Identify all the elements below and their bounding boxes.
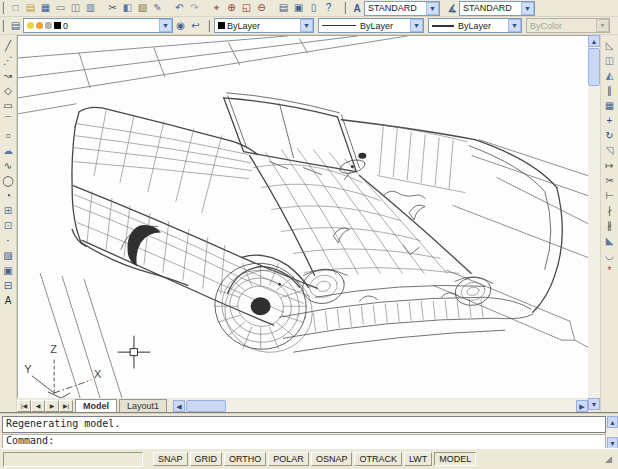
toggle-polar[interactable]: POLAR <box>268 452 309 466</box>
mirror-icon[interactable]: ◭ <box>602 68 617 83</box>
lock-icon[interactable] <box>45 22 52 29</box>
scroll-up-icon[interactable]: ▲ <box>588 35 600 47</box>
array-icon[interactable]: ▦ <box>602 98 617 113</box>
chevron-down-icon[interactable]: ▼ <box>521 2 534 15</box>
horizontal-scroll-thumb[interactable] <box>186 400 226 412</box>
toggle-model-space[interactable]: MODEL <box>434 452 476 466</box>
command-history[interactable]: Regenerating model. <box>2 416 606 433</box>
designcenter-icon[interactable]: ▣ <box>291 1 306 15</box>
mtext-icon[interactable]: A <box>1 293 16 308</box>
open-icon[interactable]: ▤ <box>23 1 38 15</box>
paste-icon[interactable]: ▧ <box>135 1 150 15</box>
copy-object-icon[interactable]: ◫ <box>602 53 617 68</box>
tab-layout1[interactable]: Layout1 <box>119 399 167 412</box>
layer-previous-icon[interactable]: ↩ <box>188 19 203 33</box>
chamfer-icon[interactable]: ◣ <box>602 233 617 248</box>
scroll-left-icon[interactable]: ◀ <box>173 400 185 412</box>
polyline-icon[interactable]: ↝ <box>1 68 16 83</box>
region-icon[interactable]: ▣ <box>1 263 16 278</box>
redo-icon[interactable]: ↷ <box>187 1 202 15</box>
extend-icon[interactable]: ⊢ <box>602 188 617 203</box>
revision-cloud-icon[interactable]: ☁ <box>1 143 16 158</box>
model-space-viewport[interactable]: Z Y X <box>17 35 588 398</box>
lineweight-combo[interactable]: ByLayer ▼ <box>428 18 522 33</box>
scroll-down-icon[interactable]: ▼ <box>588 398 600 410</box>
polygon-icon[interactable]: ◇ <box>1 83 16 98</box>
line-icon[interactable]: ╱ <box>1 38 16 53</box>
offset-icon[interactable]: ∥ <box>602 83 617 98</box>
scroll-right-icon[interactable]: ▶ <box>576 400 588 412</box>
tab-model[interactable]: Model <box>75 399 117 412</box>
undo-icon[interactable]: ↶ <box>172 1 187 15</box>
text-style-combo[interactable]: STANDARD ▼ <box>364 1 440 16</box>
chevron-down-icon[interactable]: ▼ <box>426 2 439 15</box>
plot-icon[interactable]: ▭ <box>53 1 68 15</box>
command-scrollbar[interactable]: ▲ ▼ <box>607 416 618 449</box>
table-icon[interactable]: ⊟ <box>1 278 16 293</box>
move-icon[interactable]: + <box>602 113 617 128</box>
command-window[interactable]: Regenerating model. Command: ▲ ▼ <box>0 412 618 448</box>
explode-icon[interactable]: * <box>602 263 617 278</box>
help-icon[interactable]: ? <box>321 1 336 15</box>
toolbar-grip[interactable] <box>2 2 6 14</box>
make-layer-current-icon[interactable]: ◉ <box>173 19 188 33</box>
toggle-ortho[interactable]: ORTHO <box>224 452 266 466</box>
status-tray-icon[interactable]: ◢ <box>605 454 612 464</box>
fillet-icon[interactable]: ◡ <box>602 248 617 263</box>
properties-icon[interactable]: ▤ <box>276 1 291 15</box>
toggle-lwt[interactable]: LWT <box>404 452 432 466</box>
color-combo[interactable]: ByLayer ▼ <box>214 18 314 33</box>
toolbar-grip[interactable] <box>208 20 212 32</box>
scale-icon[interactable]: ◹ <box>602 143 617 158</box>
rectangle-icon[interactable]: ▭ <box>1 98 16 113</box>
trim-icon[interactable]: ✂ <box>602 173 617 188</box>
circle-icon[interactable]: ○ <box>1 128 16 143</box>
tab-nav-prev[interactable]: ◀ <box>31 400 45 412</box>
horizontal-scrollbar[interactable]: ◀ ▶ <box>173 400 588 412</box>
publish-icon[interactable]: ▥ <box>83 1 98 15</box>
layer-color-swatch[interactable] <box>54 22 61 29</box>
vertical-scrollbar[interactable]: ▲ ▼ <box>588 35 600 410</box>
ellipse-arc-icon[interactable]: ◔ <box>1 188 16 203</box>
command-prompt-input[interactable]: Command: <box>2 434 606 449</box>
vertical-scroll-thumb[interactable] <box>588 48 600 86</box>
erase-icon[interactable]: ◺ <box>602 38 617 53</box>
hatch-icon[interactable]: ▨ <box>1 248 16 263</box>
toolbar-grip[interactable] <box>344 2 348 14</box>
new-icon[interactable]: □ <box>8 1 23 15</box>
layer-combo[interactable]: 0 ▼ <box>23 18 173 33</box>
dim-style-combo[interactable]: STANDARD ▼ <box>459 1 535 16</box>
match-properties-icon[interactable]: ✎ <box>150 1 165 15</box>
break-point-icon[interactable]: ∤ <box>602 203 617 218</box>
stretch-icon[interactable]: ↦ <box>602 158 617 173</box>
bulb-icon[interactable] <box>27 22 34 29</box>
layer-manager-icon[interactable]: ▤ <box>8 19 23 33</box>
toggle-snap[interactable]: SNAP <box>153 452 188 466</box>
zoom-realtime-icon[interactable]: ⊕ <box>224 1 239 15</box>
copy-icon[interactable]: ◧ <box>120 1 135 15</box>
toggle-grid[interactable]: GRID <box>190 452 223 466</box>
rotate-icon[interactable]: ↻ <box>602 128 617 143</box>
cut-icon[interactable]: ✂ <box>105 1 120 15</box>
scroll-up-icon[interactable]: ▲ <box>607 416 618 428</box>
sun-icon[interactable] <box>36 22 43 29</box>
pan-icon[interactable]: ⌖ <box>209 1 224 15</box>
spline-icon[interactable]: ∿ <box>1 158 16 173</box>
chevron-down-icon[interactable]: ▼ <box>410 19 423 32</box>
chevron-down-icon[interactable]: ▼ <box>300 19 313 32</box>
chevron-down-icon[interactable]: ▼ <box>159 19 172 32</box>
toolbar-grip[interactable] <box>2 20 6 32</box>
construction-line-icon[interactable]: ⋰ <box>1 53 16 68</box>
tab-nav-first[interactable]: |◀ <box>17 400 31 412</box>
tab-nav-next[interactable]: ▶ <box>45 400 59 412</box>
save-icon[interactable]: ▦ <box>38 1 53 15</box>
chevron-down-icon[interactable]: ▼ <box>508 19 521 32</box>
plot-preview-icon[interactable]: ◫ <box>68 1 83 15</box>
arc-icon[interactable]: ⌒ <box>1 113 16 128</box>
make-block-icon[interactable]: ⊡ <box>1 218 16 233</box>
linetype-combo[interactable]: ByLayer ▼ <box>318 18 424 33</box>
toggle-osnap[interactable]: OSNAP <box>311 452 353 466</box>
tool-palettes-icon[interactable]: ▯ <box>306 1 321 15</box>
insert-block-icon[interactable]: ⊞ <box>1 203 16 218</box>
tab-nav-last[interactable]: ▶| <box>59 400 73 412</box>
